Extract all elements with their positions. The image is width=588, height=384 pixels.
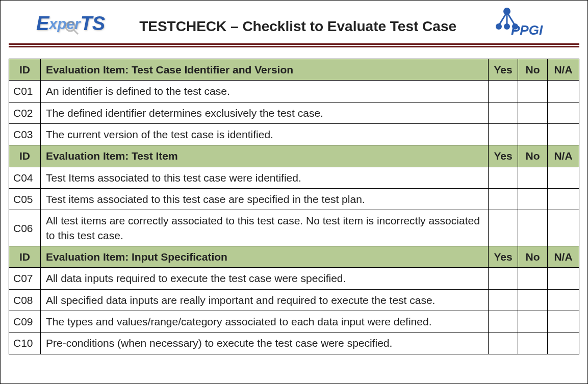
- cell-no[interactable]: [518, 268, 548, 289]
- cell-no[interactable]: [518, 289, 548, 311]
- cell-yes[interactable]: [489, 332, 518, 354]
- col-header-no: No: [518, 246, 548, 268]
- cell-na[interactable]: [548, 268, 579, 289]
- row-id: C02: [9, 102, 41, 123]
- row-id: C08: [9, 289, 41, 311]
- table-row: C05Test items associated to this test ca…: [9, 189, 579, 210]
- col-header-id: ID: [9, 246, 41, 268]
- cell-no[interactable]: [518, 332, 548, 354]
- cell-na[interactable]: [548, 332, 579, 354]
- row-id: C04: [9, 167, 41, 188]
- svg-point-0: [66, 22, 75, 31]
- col-header-na: N/A: [548, 59, 579, 81]
- header-divider: [9, 43, 579, 47]
- cell-no[interactable]: [518, 167, 548, 188]
- table-row: C06All test items are correctly associat…: [9, 210, 579, 246]
- cell-yes[interactable]: [489, 102, 518, 123]
- row-text: The defined identifier determines exclus…: [41, 102, 489, 123]
- cell-yes[interactable]: [489, 124, 518, 145]
- svg-point-7: [504, 23, 510, 30]
- row-id: C10: [9, 332, 41, 354]
- magnifier-icon: [64, 20, 80, 36]
- col-header-yes: Yes: [489, 145, 518, 167]
- section-header-row: IDEvaluation Item: Test Case Identifier …: [9, 59, 579, 81]
- col-header-yes: Yes: [489, 59, 518, 81]
- section-header-row: IDEvaluation Item: Input SpecificationYe…: [9, 246, 579, 268]
- table-row: C07All data inputs required to execute t…: [9, 268, 579, 289]
- row-text: The types and values/range/category asso…: [41, 311, 489, 332]
- row-text: Pre-conditions (when necessary) to execu…: [41, 332, 489, 354]
- page-title: TESTCHECK – Checklist to Evaluate Test C…: [105, 12, 491, 35]
- row-text: All data inputs required to execute the …: [41, 268, 489, 289]
- row-text: All specified data inputs are really imp…: [41, 289, 489, 311]
- row-text: All test items are correctly associated …: [41, 210, 489, 246]
- table-row: C03The current version of the test case …: [9, 124, 579, 145]
- cell-yes[interactable]: [489, 268, 518, 289]
- svg-point-6: [496, 23, 502, 30]
- cell-na[interactable]: [548, 311, 579, 332]
- cell-na[interactable]: [548, 189, 579, 210]
- row-text: An identifier is defined to the test cas…: [41, 81, 489, 102]
- row-id: C09: [9, 311, 41, 332]
- cell-yes[interactable]: [489, 189, 518, 210]
- row-id: C06: [9, 210, 41, 246]
- cell-yes[interactable]: [489, 210, 518, 246]
- section-heading: Evaluation Item: Test Case Identifier an…: [41, 59, 489, 81]
- row-text: Test Items associated to this test case …: [41, 167, 489, 188]
- table-row: C09The types and values/range/category a…: [9, 311, 579, 332]
- cell-na[interactable]: [548, 124, 579, 145]
- col-header-na: N/A: [548, 145, 579, 167]
- svg-point-5: [503, 8, 510, 15]
- col-header-yes: Yes: [489, 246, 518, 268]
- row-id: C07: [9, 268, 41, 289]
- cell-yes[interactable]: [489, 289, 518, 311]
- cell-na[interactable]: [548, 210, 579, 246]
- appgi-text: PPGI: [511, 22, 543, 38]
- checklist-table-wrap: IDEvaluation Item: Test Case Identifier …: [1, 47, 587, 354]
- cell-no[interactable]: [518, 102, 548, 123]
- cell-no[interactable]: [518, 210, 548, 246]
- table-row: C08All specified data inputs are really …: [9, 289, 579, 311]
- cell-yes[interactable]: [489, 167, 518, 188]
- cell-na[interactable]: [548, 81, 579, 102]
- table-row: C04Test Items associated to this test ca…: [9, 167, 579, 188]
- experts-logo: ExperTS: [36, 13, 105, 35]
- row-text: The current version of the test case is …: [41, 124, 489, 145]
- col-header-id: ID: [9, 145, 41, 167]
- cell-no[interactable]: [518, 81, 548, 102]
- cell-na[interactable]: [548, 289, 579, 311]
- col-header-no: No: [518, 59, 548, 81]
- table-row: C02The defined identifier determines exc…: [9, 102, 579, 123]
- cell-no[interactable]: [518, 189, 548, 210]
- section-header-row: IDEvaluation Item: Test ItemYesNoN/A: [9, 145, 579, 167]
- checklist-table: IDEvaluation Item: Test Case Identifier …: [9, 59, 579, 354]
- section-heading: Evaluation Item: Test Item: [41, 145, 489, 167]
- col-header-no: No: [518, 145, 548, 167]
- table-row: C10Pre-conditions (when necessary) to ex…: [9, 332, 579, 354]
- cell-no[interactable]: [518, 311, 548, 332]
- cell-na[interactable]: [548, 167, 579, 188]
- row-id: C03: [9, 124, 41, 145]
- svg-line-1: [74, 30, 78, 34]
- cell-na[interactable]: [548, 102, 579, 123]
- row-id: C01: [9, 81, 41, 102]
- cell-yes[interactable]: [489, 311, 518, 332]
- col-header-id: ID: [9, 59, 41, 81]
- table-row: C01An identifier is defined to the test …: [9, 81, 579, 102]
- cell-yes[interactable]: [489, 81, 518, 102]
- cell-no[interactable]: [518, 124, 548, 145]
- col-header-na: N/A: [548, 246, 579, 268]
- row-text: Test items associated to this test case …: [41, 189, 489, 210]
- row-id: C05: [9, 189, 41, 210]
- section-heading: Evaluation Item: Input Specification: [41, 246, 489, 268]
- appgi-logo: PPGI: [491, 7, 572, 40]
- document-header: ExperTS TESTCHECK – Checklist to Evaluat…: [1, 1, 587, 41]
